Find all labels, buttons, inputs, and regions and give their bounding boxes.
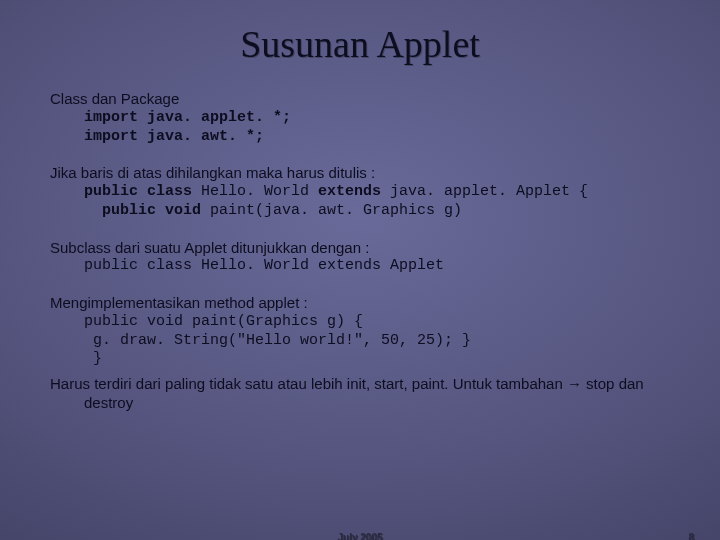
ident: Hello. World [201, 183, 318, 200]
section-class-package: Class dan Package import java. applet. *… [50, 90, 670, 146]
code-drawstring: g. draw. String("Hello world!", 50, 25);… [84, 332, 670, 351]
heading-mengimplementasikan: Mengimplementasikan method applet : [50, 294, 670, 313]
ident: java. applet. Applet { [390, 183, 588, 200]
slide-title: Susunan Applet [50, 22, 670, 66]
code-subclass-line: public class Hello. World extends Applet [84, 257, 670, 276]
code-line: import java. applet. *; [84, 109, 291, 126]
section-jika-baris: Jika baris di atas dihilangkan maka haru… [50, 164, 670, 220]
code-public-class-extends: public class Hello. World extends java. … [84, 183, 670, 202]
footer-date: July 2005 [337, 532, 382, 540]
heading-class-package: Class dan Package [50, 90, 670, 109]
code-close-brace: } [84, 350, 670, 369]
ident: paint(java. awt. Graphics g) [210, 202, 462, 219]
code-paint-open: public void paint(Graphics g) { [84, 313, 670, 332]
heading-jika-baris: Jika baris di atas dihilangkan maka haru… [50, 164, 670, 183]
code-import-awt: import java. awt. *; [84, 128, 670, 147]
kw: public void [84, 202, 210, 219]
code-import-applet: import java. applet. *; [84, 109, 670, 128]
code-line: import java. awt. *; [84, 128, 264, 145]
footer-slide-number: 8 [688, 532, 694, 540]
slide-container: Susunan Applet Class dan Package import … [0, 0, 720, 540]
heading-subclass: Subclass dari suatu Applet ditunjukkan d… [50, 239, 670, 258]
section-harus-terdiri: Harus terdiri dari paling tidak satu ata… [84, 375, 670, 413]
kw: extends [318, 183, 390, 200]
section-subclass: Subclass dari suatu Applet ditunjukkan d… [50, 239, 670, 277]
section-mengimplementasikan: Mengimplementasikan method applet : publ… [50, 294, 670, 369]
code-public-void-paint: public void paint(java. awt. Graphics g) [84, 202, 670, 221]
kw: public class [84, 183, 201, 200]
